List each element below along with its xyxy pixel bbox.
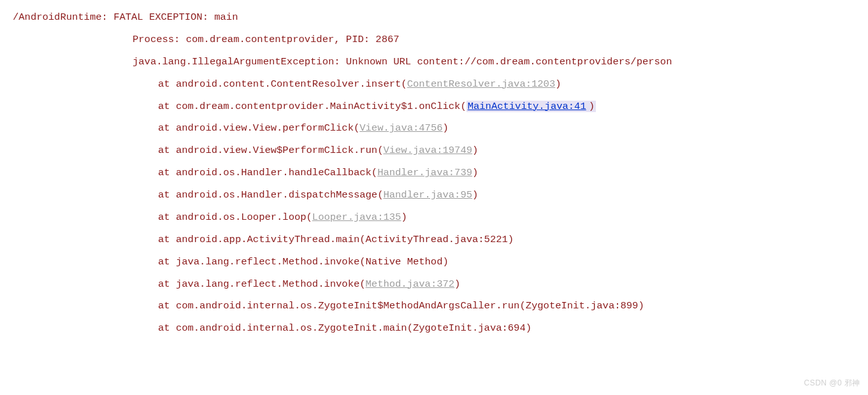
stack-suffix: ): [472, 189, 478, 201]
stack-suffix: ): [555, 78, 561, 90]
stack-frame: at com.android.internal.os.ZygoteInit.ma…: [13, 317, 868, 340]
source-link[interactable]: View.java:4756: [359, 122, 442, 134]
log-process-line: Process: com.dream.contentprovider, PID:…: [13, 29, 868, 51]
stack-prefix: at java.lang.reflect.Method.invoke(Nativ…: [158, 256, 449, 268]
stack-prefix: at android.os.Handler.dispatchMessage(: [158, 189, 383, 201]
stack-prefix: at android.os.Looper.loop(: [158, 212, 312, 223]
source-link[interactable]: Handler.java:739: [377, 167, 472, 178]
stack-suffix: ): [454, 278, 460, 290]
stack-prefix: at android.view.View$PerformClick.run(: [158, 145, 383, 156]
stack-prefix: at android.view.View.performClick(: [158, 122, 359, 134]
stack-frame: at android.view.View$PerformClick.run(Vi…: [13, 140, 868, 162]
log-exception-line: java.lang.IllegalArgumentException: Unkn…: [13, 51, 868, 73]
source-link-active[interactable]: MainActivity.java:41: [468, 101, 586, 112]
stack-frame: at android.os.Handler.dispatchMessage(Ha…: [13, 184, 868, 206]
stack-frame: at android.os.Looper.loop(Looper.java:13…: [13, 206, 868, 229]
source-link[interactable]: Looper.java:135: [312, 212, 401, 223]
stack-prefix: at android.os.Handler.handleCallback(: [158, 167, 377, 178]
stack-prefix: at com.android.internal.os.ZygoteInit$Me…: [158, 300, 644, 312]
stack-suffix: ): [443, 122, 449, 134]
stack-suffix: ): [401, 212, 407, 223]
stack-frame: at android.content.ContentResolver.inser…: [13, 73, 868, 96]
stack-frame: at android.os.Handler.handleCallback(Han…: [13, 162, 868, 184]
stack-suffix: ): [472, 167, 478, 178]
stack-frame: at android.view.View.performClick(View.j…: [13, 117, 868, 140]
log-process: Process: com.dream.contentprovider, PID:…: [133, 34, 400, 45]
log-header-line: /AndroidRuntime: FATAL EXCEPTION: main: [13, 6, 868, 29]
source-link[interactable]: View.java:19749: [383, 145, 472, 156]
stack-suffix: ): [472, 145, 478, 156]
watermark: CSDN @0 邪神: [804, 378, 860, 389]
selected-span: MainActivity.java:41: [467, 101, 588, 112]
stack-prefix: at android.app.ActivityThread.main(Activ…: [158, 234, 514, 245]
source-link[interactable]: ContentResolver.java:1203: [407, 78, 556, 90]
stack-prefix: at com.dream.contentprovider.MainActivit…: [158, 101, 467, 112]
stack-frame: at android.app.ActivityThread.main(Activ…: [13, 229, 868, 251]
stack-frame: at java.lang.reflect.Method.invoke(Metho…: [13, 273, 868, 296]
stack-prefix: at java.lang.reflect.Method.invoke(: [158, 278, 366, 290]
stack-frame: at com.android.internal.os.ZygoteInit$Me…: [13, 295, 868, 317]
stacktrace-log: /AndroidRuntime: FATAL EXCEPTION: main P…: [0, 0, 868, 340]
stack-prefix: at android.content.ContentResolver.inser…: [158, 78, 407, 90]
stack-suffix: ): [588, 101, 596, 112]
log-header: FATAL EXCEPTION: main: [113, 11, 238, 23]
log-tag: /AndroidRuntime:: [13, 11, 108, 23]
stack-frame: at com.dream.contentprovider.MainActivit…: [13, 96, 868, 118]
stack-frame: at java.lang.reflect.Method.invoke(Nativ…: [13, 251, 868, 273]
source-link[interactable]: Method.java:372: [366, 278, 455, 290]
log-exception: java.lang.IllegalArgumentException: Unkn…: [133, 56, 672, 68]
stack-prefix: at com.android.internal.os.ZygoteInit.ma…: [158, 322, 532, 334]
source-link[interactable]: Handler.java:95: [383, 189, 472, 201]
